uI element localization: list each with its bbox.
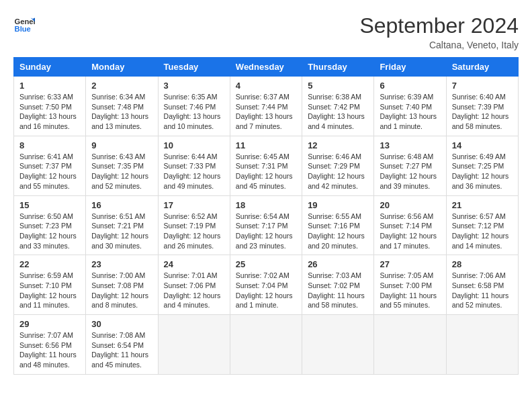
week-row: 15Sunrise: 6:50 AM Sunset: 7:23 PM Dayli… [14, 195, 519, 255]
day-info: Sunrise: 6:56 AM Sunset: 7:14 PM Dayligh… [380, 212, 440, 251]
weekday-header: Friday [374, 58, 446, 77]
logo-icon: General Blue [13, 13, 35, 35]
calendar-cell: 13Sunrise: 6:48 AM Sunset: 7:27 PM Dayli… [374, 136, 446, 195]
calendar-cell: 3Sunrise: 6:35 AM Sunset: 7:46 PM Daylig… [158, 77, 230, 136]
day-number: 12 [308, 140, 368, 150]
day-info: Sunrise: 6:35 AM Sunset: 7:46 PM Dayligh… [164, 92, 224, 132]
calendar-cell: 1Sunrise: 6:33 AM Sunset: 7:50 PM Daylig… [14, 77, 86, 136]
day-info: Sunrise: 7:07 AM Sunset: 6:56 PM Dayligh… [19, 330, 80, 370]
day-info: Sunrise: 6:34 AM Sunset: 7:48 PM Dayligh… [91, 92, 152, 132]
day-info: Sunrise: 6:59 AM Sunset: 7:10 PM Dayligh… [19, 271, 80, 310]
day-number: 20 [380, 200, 440, 210]
calendar-cell: 25Sunrise: 7:02 AM Sunset: 7:04 PM Dayli… [230, 255, 302, 315]
day-number: 7 [452, 81, 513, 91]
logo: General Blue [13, 13, 35, 35]
day-number: 28 [452, 259, 513, 269]
calendar-cell: 18Sunrise: 6:54 AM Sunset: 7:17 PM Dayli… [230, 195, 302, 255]
day-number: 14 [452, 140, 513, 150]
week-row: 8Sunrise: 6:41 AM Sunset: 7:37 PM Daylig… [14, 136, 519, 195]
day-number: 29 [19, 319, 80, 329]
day-number: 11 [236, 140, 296, 150]
calendar-cell: 29Sunrise: 7:07 AM Sunset: 6:56 PM Dayli… [14, 315, 86, 375]
day-info: Sunrise: 6:38 AM Sunset: 7:42 PM Dayligh… [308, 92, 368, 132]
calendar-cell: 20Sunrise: 6:56 AM Sunset: 7:14 PM Dayli… [374, 195, 446, 255]
day-number: 4 [236, 81, 296, 91]
day-info: Sunrise: 6:44 AM Sunset: 7:33 PM Dayligh… [164, 152, 224, 191]
day-info: Sunrise: 6:37 AM Sunset: 7:44 PM Dayligh… [236, 92, 296, 132]
day-info: Sunrise: 7:01 AM Sunset: 7:06 PM Dayligh… [164, 271, 224, 310]
day-info: Sunrise: 7:02 AM Sunset: 7:04 PM Dayligh… [236, 271, 296, 310]
weekday-header: Sunday [14, 58, 86, 77]
day-info: Sunrise: 7:00 AM Sunset: 7:08 PM Dayligh… [91, 271, 152, 310]
calendar-cell: 4Sunrise: 6:37 AM Sunset: 7:44 PM Daylig… [230, 77, 302, 136]
weekday-header: Saturday [446, 58, 518, 77]
calendar-cell [374, 315, 446, 375]
calendar-cell: 30Sunrise: 7:08 AM Sunset: 6:54 PM Dayli… [86, 315, 158, 375]
page-header: General Blue September 2024 Caltana, Ven… [13, 13, 519, 50]
calendar-cell: 21Sunrise: 6:57 AM Sunset: 7:12 PM Dayli… [446, 195, 518, 255]
weekday-header: Wednesday [230, 58, 302, 77]
day-info: Sunrise: 6:48 AM Sunset: 7:27 PM Dayligh… [380, 152, 440, 191]
calendar-cell: 15Sunrise: 6:50 AM Sunset: 7:23 PM Dayli… [14, 195, 86, 255]
day-info: Sunrise: 7:05 AM Sunset: 7:00 PM Dayligh… [380, 271, 440, 310]
day-number: 6 [380, 81, 440, 91]
weekday-header: Monday [86, 58, 158, 77]
day-info: Sunrise: 7:08 AM Sunset: 6:54 PM Dayligh… [91, 330, 152, 370]
calendar-cell: 5Sunrise: 6:38 AM Sunset: 7:42 PM Daylig… [302, 77, 374, 136]
day-info: Sunrise: 6:40 AM Sunset: 7:39 PM Dayligh… [452, 92, 513, 132]
day-info: Sunrise: 6:41 AM Sunset: 7:37 PM Dayligh… [19, 152, 80, 191]
calendar-cell [230, 315, 302, 375]
day-number: 25 [236, 259, 296, 269]
calendar-cell: 22Sunrise: 6:59 AM Sunset: 7:10 PM Dayli… [14, 255, 86, 315]
day-number: 16 [91, 200, 152, 210]
calendar-cell: 26Sunrise: 7:03 AM Sunset: 7:02 PM Dayli… [302, 255, 374, 315]
day-info: Sunrise: 6:52 AM Sunset: 7:19 PM Dayligh… [164, 212, 224, 251]
day-number: 8 [19, 140, 80, 150]
calendar-cell: 9Sunrise: 6:43 AM Sunset: 7:35 PM Daylig… [86, 136, 158, 195]
day-number: 26 [308, 259, 368, 269]
calendar-cell: 7Sunrise: 6:40 AM Sunset: 7:39 PM Daylig… [446, 77, 518, 136]
day-info: Sunrise: 6:54 AM Sunset: 7:17 PM Dayligh… [236, 212, 296, 251]
title-block: September 2024 Caltana, Veneto, Italy [359, 13, 519, 50]
calendar-cell [158, 315, 230, 375]
month-title: September 2024 [359, 13, 519, 38]
week-row: 1Sunrise: 6:33 AM Sunset: 7:50 PM Daylig… [14, 77, 519, 136]
day-number: 17 [164, 200, 224, 210]
location: Caltana, Veneto, Italy [359, 40, 519, 50]
calendar-cell: 10Sunrise: 6:44 AM Sunset: 7:33 PM Dayli… [158, 136, 230, 195]
day-info: Sunrise: 6:39 AM Sunset: 7:40 PM Dayligh… [380, 92, 440, 132]
day-number: 13 [380, 140, 440, 150]
calendar-cell: 16Sunrise: 6:51 AM Sunset: 7:21 PM Dayli… [86, 195, 158, 255]
day-info: Sunrise: 6:33 AM Sunset: 7:50 PM Dayligh… [19, 92, 80, 132]
calendar-cell: 11Sunrise: 6:45 AM Sunset: 7:31 PM Dayli… [230, 136, 302, 195]
day-number: 18 [236, 200, 296, 210]
calendar-cell: 8Sunrise: 6:41 AM Sunset: 7:37 PM Daylig… [14, 136, 86, 195]
day-number: 2 [91, 81, 152, 91]
day-number: 10 [164, 140, 224, 150]
day-number: 1 [19, 81, 80, 91]
week-row: 29Sunrise: 7:07 AM Sunset: 6:56 PM Dayli… [14, 315, 519, 375]
calendar-cell [446, 315, 518, 375]
week-row: 22Sunrise: 6:59 AM Sunset: 7:10 PM Dayli… [14, 255, 519, 315]
calendar-cell: 23Sunrise: 7:00 AM Sunset: 7:08 PM Dayli… [86, 255, 158, 315]
day-number: 9 [91, 140, 152, 150]
day-info: Sunrise: 6:50 AM Sunset: 7:23 PM Dayligh… [19, 212, 80, 251]
calendar-cell: 17Sunrise: 6:52 AM Sunset: 7:19 PM Dayli… [158, 195, 230, 255]
weekday-header: Thursday [302, 58, 374, 77]
day-info: Sunrise: 6:51 AM Sunset: 7:21 PM Dayligh… [91, 212, 152, 251]
day-number: 22 [19, 259, 80, 269]
calendar-cell: 14Sunrise: 6:49 AM Sunset: 7:25 PM Dayli… [446, 136, 518, 195]
calendar-table: SundayMondayTuesdayWednesdayThursdayFrid… [13, 57, 519, 375]
day-info: Sunrise: 6:49 AM Sunset: 7:25 PM Dayligh… [452, 152, 513, 191]
day-info: Sunrise: 6:46 AM Sunset: 7:29 PM Dayligh… [308, 152, 368, 191]
calendar-cell: 24Sunrise: 7:01 AM Sunset: 7:06 PM Dayli… [158, 255, 230, 315]
day-number: 21 [452, 200, 513, 210]
day-info: Sunrise: 6:55 AM Sunset: 7:16 PM Dayligh… [308, 212, 368, 251]
day-info: Sunrise: 7:06 AM Sunset: 6:58 PM Dayligh… [452, 271, 513, 310]
weekday-header-row: SundayMondayTuesdayWednesdayThursdayFrid… [14, 58, 519, 77]
day-number: 23 [91, 259, 152, 269]
calendar-cell: 19Sunrise: 6:55 AM Sunset: 7:16 PM Dayli… [302, 195, 374, 255]
calendar-cell: 2Sunrise: 6:34 AM Sunset: 7:48 PM Daylig… [86, 77, 158, 136]
day-number: 19 [308, 200, 368, 210]
calendar-cell: 6Sunrise: 6:39 AM Sunset: 7:40 PM Daylig… [374, 77, 446, 136]
